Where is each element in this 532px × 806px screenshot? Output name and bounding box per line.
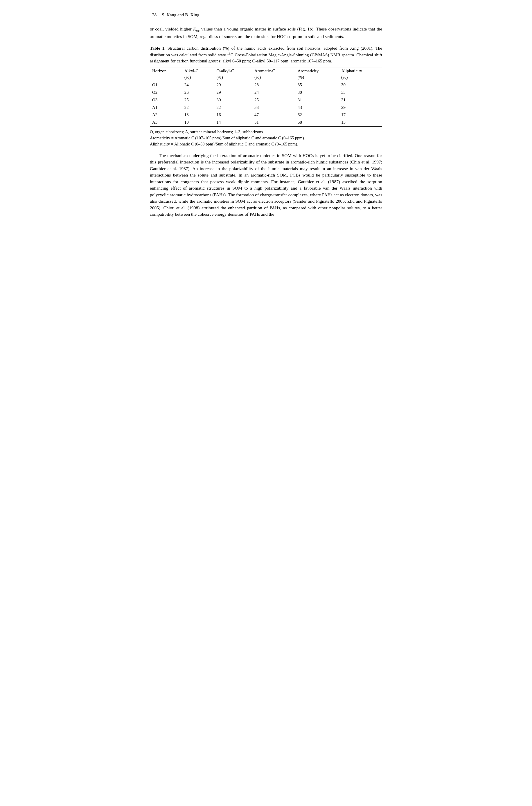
table-cell: 68 [295,119,339,126]
table-cell: O3 [150,96,182,104]
table-cell: 10 [182,119,214,126]
table-cell: 33 [252,104,295,112]
table-cell: 35 [295,81,339,89]
table-note-3: Aliphaticity = Aliphatic C (0–50 ppm)/Su… [150,141,382,147]
table-cell: 30 [339,81,382,89]
table-cell: A1 [150,104,182,112]
table-cell: 17 [339,111,382,119]
page-author: S. Kang and B. Xing [162,12,199,18]
table-cell: 31 [295,96,339,104]
table-cell: 24 [252,89,295,96]
table-row: A31014516813 [150,119,382,126]
table-cell: 28 [252,81,295,89]
table-row: O22629243033 [150,89,382,96]
table-caption: Table 1. Structural carbon distribution … [150,45,382,64]
table-row: A12222334329 [150,104,382,112]
of-word: of [238,153,242,158]
table-cell: 16 [214,111,252,119]
table-cell: A3 [150,119,182,126]
table-cell: 51 [252,119,295,126]
table-cell: O1 [150,81,182,89]
col-aromatic: Aromatic-C(%) [252,67,295,81]
table-cell: 30 [295,89,339,96]
table-cell: 62 [295,111,339,119]
col-alkyl: Alkyl-C(%) [182,67,214,81]
table-cell: 25 [182,96,214,104]
page-number: 128 [150,12,156,18]
table-header: Horizon Alkyl-C(%) O-alkyl-C(%) Aromatic… [150,67,382,81]
table-row: O12429283530 [150,81,382,89]
table-caption-text: Structural carbon distribution (%) of th… [150,46,382,63]
intro-paragraph: or coal, yielded higher Koc values than … [150,26,382,40]
table-caption-bold: Table 1. [150,46,166,51]
table-cell: 29 [339,104,382,112]
table-body: O12429283530O22629243033O32530253131A122… [150,81,382,127]
table-cell: 26 [182,89,214,96]
table-cell: 33 [339,89,382,96]
table-note-2: Aromaticity = Aromatic C (107–165 ppm)/S… [150,135,382,141]
table-cell: 47 [252,111,295,119]
table-notes: O, organic horizons; A, surface mineral … [150,129,382,147]
table-cell: 22 [182,104,214,112]
table-cell: 25 [252,96,295,104]
col-aliphaticity: Aliphaticity(%) [339,67,382,81]
table-cell: 24 [182,81,214,89]
table-header-row: Horizon Alkyl-C(%) O-alkyl-C(%) Aromatic… [150,67,382,81]
page-header: 128 S. Kang and B. Xing [150,12,382,20]
table-cell: O2 [150,89,182,96]
table-cell: 13 [339,119,382,126]
table-row: A21316476217 [150,111,382,119]
table-cell: 29 [214,81,252,89]
col-horizon: Horizon [150,67,182,81]
col-oalkyl: O-alkyl-C(%) [214,67,252,81]
body-paragraph: The mechanism underlying the interaction… [150,152,382,218]
table-cell: 14 [214,119,252,126]
table-cell: A2 [150,111,182,119]
body-text: The mechanism underlying the interaction… [150,152,382,218]
table-cell: 30 [214,96,252,104]
col-aromaticity: Aromaticity(%) [295,67,339,81]
table-cell: 43 [295,104,339,112]
table-cell: 13 [182,111,214,119]
data-table: Horizon Alkyl-C(%) O-alkyl-C(%) Aromatic… [150,67,382,127]
table-cell: 29 [214,89,252,96]
table-note-1: O, organic horizons; A, surface mineral … [150,129,382,135]
table-cell: 22 [214,104,252,112]
koc-symbol: Koc [193,26,200,31]
table-cell: 31 [339,96,382,104]
table-row: O32530253131 [150,96,382,104]
